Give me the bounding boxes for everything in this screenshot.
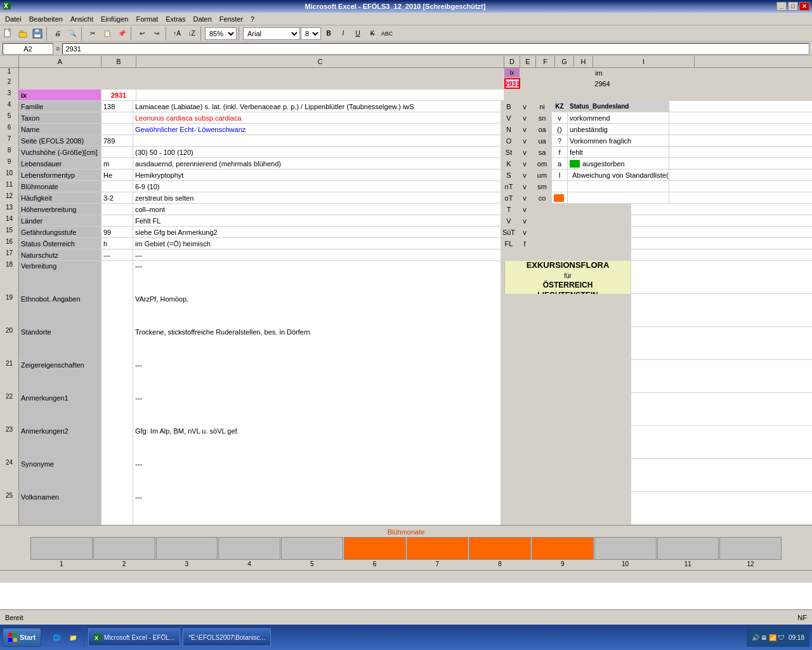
- k-code[interactable]: K: [501, 158, 517, 169]
- col-c-header[interactable]: C: [136, 56, 504, 67]
- menu-ansicht[interactable]: Ansicht: [67, 14, 97, 24]
- ot-status[interactable]: [568, 192, 669, 203]
- syn-rest[interactable]: [501, 459, 631, 492]
- st-kz[interactable]: f: [552, 147, 568, 157]
- ot-kz[interactable]: [552, 192, 568, 203]
- taxon-value[interactable]: Leonurus cardiaca subsp.cardiaca: [133, 112, 501, 123]
- col-i-header[interactable]: I: [593, 56, 695, 67]
- t-rest[interactable]: [533, 204, 631, 215]
- sut-code[interactable]: SüT: [501, 227, 517, 237]
- haufig-num[interactable]: 3-2: [102, 192, 133, 203]
- nt-code[interactable]: nT: [501, 181, 517, 192]
- s-um[interactable]: um: [533, 169, 552, 180]
- o-ua[interactable]: ua: [533, 135, 552, 146]
- start-button[interactable]: Start: [3, 628, 41, 647]
- v-sn[interactable]: sn: [533, 112, 552, 123]
- n-v[interactable]: v: [517, 124, 533, 135]
- ix-value-cell[interactable]: 2931: [504, 78, 520, 89]
- o-v[interactable]: v: [517, 135, 533, 146]
- k-v[interactable]: v: [517, 158, 533, 169]
- lebensform-value[interactable]: Hemikryptophyt: [133, 169, 501, 180]
- nt-v[interactable]: v: [517, 181, 533, 192]
- cell-e2[interactable]: [520, 78, 536, 89]
- col-d-header[interactable]: D: [504, 56, 520, 67]
- syn-value[interactable]: ---: [133, 459, 501, 492]
- close-button[interactable]: ✕: [799, 2, 809, 11]
- anmerk2-rest[interactable]: [501, 426, 631, 459]
- hohen-value[interactable]: coll–mont: [133, 204, 501, 215]
- vuchs-value[interactable]: (30) 50 - 100 (120): [133, 147, 501, 157]
- new-button[interactable]: [1, 27, 15, 41]
- leben-num[interactable]: m: [102, 158, 133, 169]
- formula-input[interactable]: 2931: [62, 43, 809, 55]
- familie-value[interactable]: Lamiaceae (Labiatae) s. lat. (inkl. Verb…: [133, 101, 501, 112]
- col-a-header[interactable]: A: [19, 56, 102, 67]
- s-kz[interactable]: I: [552, 169, 568, 180]
- cell-g2[interactable]: [555, 78, 574, 89]
- fontsize-combo[interactable]: 8 10: [301, 27, 321, 40]
- menu-datei[interactable]: Datei: [1, 14, 25, 24]
- nt-sm[interactable]: sm: [533, 181, 552, 192]
- cell-i1-b[interactable]: [612, 68, 695, 77]
- status-value[interactable]: im Gebiet (=Ö) heimisch: [133, 238, 501, 249]
- sort-asc-button[interactable]: ↑A: [170, 27, 184, 41]
- anmerk1-value[interactable]: ---: [133, 393, 501, 426]
- volk-rest[interactable]: [501, 492, 631, 525]
- ot-code[interactable]: oT: [501, 192, 517, 203]
- menu-einfuegen[interactable]: Einfügen: [97, 14, 132, 24]
- cell-i2-b[interactable]: [612, 78, 695, 89]
- st-v[interactable]: v: [517, 147, 533, 157]
- ix-label-cell[interactable]: ix: [19, 90, 102, 100]
- abc-button[interactable]: ABC: [380, 27, 394, 41]
- t-code[interactable]: T: [501, 204, 517, 215]
- n-code[interactable]: N: [501, 124, 517, 135]
- anmerk1-rest[interactable]: [501, 393, 631, 426]
- cell-f2[interactable]: [536, 78, 555, 89]
- o-kz[interactable]: ?: [552, 135, 568, 146]
- name-box[interactable]: A2: [3, 43, 53, 55]
- menu-daten[interactable]: Daten: [189, 14, 215, 24]
- stand-rest[interactable]: [501, 327, 631, 360]
- st-code[interactable]: St: [501, 147, 517, 157]
- cell-b2[interactable]: [102, 78, 136, 89]
- k-status[interactable]: ausgestorben: [568, 158, 669, 169]
- natur-num[interactable]: ---: [102, 249, 133, 260]
- k-om[interactable]: om: [533, 158, 552, 169]
- undo-button[interactable]: ↩: [135, 27, 149, 41]
- gefahr-num[interactable]: 99: [102, 227, 133, 237]
- menu-bearbeiten[interactable]: Bearbeiten: [25, 14, 67, 24]
- o-status[interactable]: Vorkommen fraglich: [568, 135, 669, 146]
- b-ni[interactable]: ni: [533, 101, 552, 112]
- st-status[interactable]: fehlt: [568, 147, 669, 157]
- menu-format[interactable]: Format: [132, 14, 162, 24]
- nt-kz[interactable]: [552, 181, 568, 192]
- verbr-rest[interactable]: Datenquelle: Manfred A. FISCHER Karl OSW…: [501, 261, 631, 294]
- natur-value[interactable]: ---: [133, 249, 501, 260]
- col-e-header[interactable]: E: [520, 56, 536, 67]
- v-v[interactable]: v: [517, 112, 533, 123]
- fl-code[interactable]: FL: [501, 238, 517, 249]
- n-kz[interactable]: (): [552, 124, 568, 135]
- stand-num[interactable]: [102, 327, 133, 360]
- stand-value[interactable]: Trockene, stickstoffreiche Ruderalstelle…: [133, 327, 501, 360]
- cut-button[interactable]: ✂: [86, 27, 100, 41]
- cell-c1[interactable]: [136, 68, 504, 77]
- col-h-header[interactable]: H: [574, 56, 593, 67]
- verbr-num[interactable]: [102, 261, 133, 294]
- sut-rest[interactable]: [533, 227, 631, 237]
- gefahr-value[interactable]: siehe Gfg bei Anmerkung2: [133, 227, 501, 237]
- k-kz[interactable]: a: [552, 158, 568, 169]
- n-oa[interactable]: oa: [533, 124, 552, 135]
- leben-value[interactable]: ausdauernd, perennierend (mehrmals blühe…: [133, 158, 501, 169]
- cell-g1[interactable]: [555, 68, 574, 77]
- name-num[interactable]: [102, 124, 133, 135]
- col-f-header[interactable]: F: [536, 56, 555, 67]
- excel-taskbar-item[interactable]: X Microsoft Excel - EFÖL...: [88, 628, 180, 646]
- status-num[interactable]: h: [102, 238, 133, 249]
- nt-status[interactable]: [568, 181, 669, 192]
- ix-num-cell[interactable]: 2931: [102, 90, 136, 100]
- v-kz[interactable]: v: [552, 112, 568, 123]
- sheet-scroll[interactable]: 1 ix im 2 2931: [0, 68, 812, 625]
- v2-code[interactable]: V: [501, 215, 517, 226]
- cell-e1[interactable]: [520, 68, 536, 77]
